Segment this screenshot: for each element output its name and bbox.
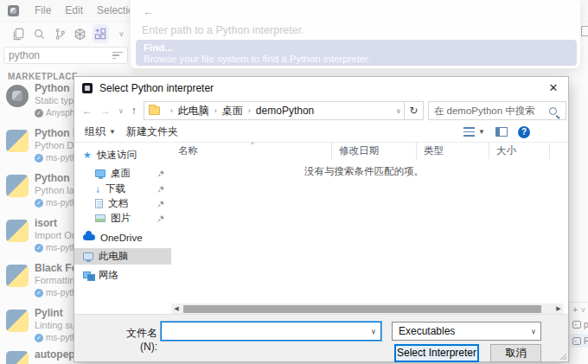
column-modified[interactable]: 修改日期: [332, 143, 417, 159]
nav-pictures[interactable]: 图片: [74, 210, 171, 227]
download-icon: ↓: [95, 183, 100, 195]
filetype-value: Executables: [393, 325, 527, 337]
document-icon: [95, 199, 103, 208]
dialog-nav-pane: ★快速访问 桌面 ↓下载 文档 图片 OneDrive 此电脑 网络: [74, 143, 171, 303]
nav-history-icon[interactable]: ∨: [118, 107, 124, 115]
computer-icon: [83, 252, 93, 260]
horizontal-scrollbar[interactable]: ◀ ▶: [171, 303, 564, 314]
refresh-button[interactable]: ↻: [405, 101, 424, 120]
desktop-icon: [95, 169, 105, 177]
dialog-toolbar: 组织▼ 新建文件夹 ▼ ?: [74, 122, 568, 143]
nav-forward-icon[interactable]: →: [100, 105, 111, 117]
breadcrumb-demopython[interactable]: demoPython: [256, 105, 314, 117]
nav-this-pc[interactable]: 此电脑: [74, 248, 171, 265]
resize-grip[interactable]: [559, 352, 566, 360]
pin-icon: [157, 201, 164, 208]
nav-network[interactable]: 网络: [74, 267, 171, 284]
organize-button[interactable]: 组织▼: [85, 125, 116, 139]
breadcrumb-dropdown-icon[interactable]: ∨: [396, 107, 401, 115]
breadcrumb-this-pc[interactable]: 此电脑: [178, 104, 209, 118]
scroll-left-icon[interactable]: ◀: [171, 305, 182, 312]
chevron-down-icon: ▼: [109, 128, 116, 136]
column-headers: 名称 修改日期 类型 大小: [171, 143, 557, 159]
help-icon[interactable]: ?: [518, 126, 530, 138]
dialog-title: Select Python interpreter: [99, 82, 214, 94]
new-folder-button[interactable]: 新建文件夹: [126, 125, 178, 139]
chevron-down-icon[interactable]: ∨: [367, 328, 380, 335]
breadcrumb[interactable]: › 此电脑 › 桌面 › demoPython ∨: [144, 101, 405, 120]
column-type[interactable]: 类型: [417, 143, 489, 159]
dialog-close-button[interactable]: ✕: [539, 77, 568, 99]
scroll-right-icon[interactable]: ▶: [553, 305, 564, 312]
empty-results-message: 没有与搜索条件匹配的项。: [171, 165, 557, 178]
preview-pane-icon[interactable]: [495, 127, 508, 137]
filename-input[interactable]: [162, 325, 367, 337]
dialog-footer: 文件名(N): ∨ Executables ∨ Select Interpret…: [74, 314, 568, 361]
scrollbar-thumb[interactable]: [183, 305, 541, 313]
column-size[interactable]: 大小: [489, 143, 550, 159]
nav-onedrive[interactable]: OneDrive: [74, 229, 171, 246]
view-mode-button[interactable]: ▼: [463, 127, 485, 137]
view-controls: ▼ ?: [463, 126, 530, 138]
dialog-search-input[interactable]: [429, 105, 549, 116]
network-icon: [83, 271, 93, 279]
chevron-down-icon: ∨: [527, 328, 540, 335]
folder-icon: [149, 106, 160, 115]
address-bar: ← → ∨ ↑ › 此电脑 › 桌面 › demoPython ∨ ↻: [74, 99, 568, 122]
cancel-button[interactable]: 取消: [490, 344, 541, 362]
select-interpreter-dialog: Select Python interpreter ✕ ← → ∨ ↑ › 此电…: [74, 76, 569, 362]
breadcrumb-desktop[interactable]: 桌面: [222, 104, 243, 118]
dialog-app-icon: [82, 83, 93, 93]
star-icon: ★: [83, 150, 92, 161]
breadcrumb-separator: ›: [214, 106, 217, 115]
select-interpreter-button[interactable]: Select Interpreter: [394, 344, 479, 362]
pin-icon: [157, 170, 164, 177]
nav-up-icon[interactable]: ↑: [131, 105, 137, 117]
file-list-area: ^ 名称 修改日期 类型 大小 没有与搜索条件匹配的项。: [171, 143, 564, 303]
pin-icon: [157, 186, 164, 193]
breadcrumb-separator: ›: [248, 106, 251, 115]
column-name[interactable]: 名称: [171, 143, 332, 159]
nav-back-icon[interactable]: ←: [82, 105, 93, 117]
picture-icon: [95, 214, 105, 222]
pin-icon: [157, 215, 164, 222]
cloud-icon: [83, 234, 95, 240]
list-view-icon: [463, 127, 475, 137]
magnifier-icon: [549, 107, 557, 115]
scrollbar-track[interactable]: [182, 303, 553, 314]
filename-combo: ∨: [161, 322, 381, 341]
nav-desktop[interactable]: 桌面: [74, 165, 171, 182]
nav-quick-access[interactable]: ★快速访问: [74, 147, 171, 163]
breadcrumb-separator: ›: [170, 106, 173, 115]
filetype-select[interactable]: Executables ∨: [392, 322, 541, 341]
dialog-search-box: [428, 101, 566, 120]
dialog-titlebar[interactable]: Select Python interpreter ✕: [74, 77, 568, 99]
filename-label: 文件名(N):: [114, 326, 157, 353]
